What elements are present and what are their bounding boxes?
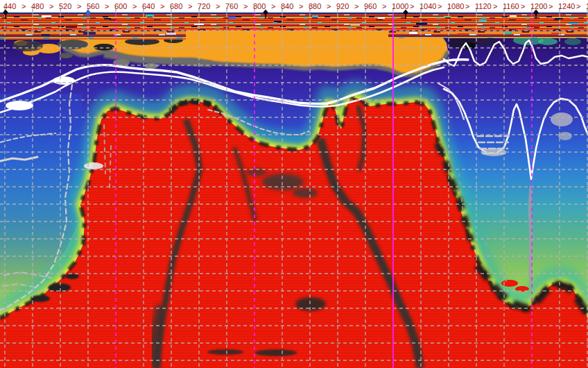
ruler-arrow: > — [216, 2, 220, 10]
ruler-label: 1240 — [558, 2, 575, 10]
ruler-arrow: > — [188, 2, 192, 10]
ruler-arrow: > — [548, 2, 553, 10]
ruler-arrow: > — [465, 2, 469, 10]
ruler-label: 1160 — [503, 2, 519, 10]
ruler-label: 480 — [31, 2, 44, 10]
ruler-label: 840 — [281, 2, 293, 10]
ruler-arrow: > — [327, 2, 331, 10]
ruler-label: 600 — [114, 2, 127, 10]
ruler-arrow: > — [382, 2, 386, 10]
ruler-arrow: > — [299, 2, 303, 10]
ruler-arrow: > — [77, 2, 81, 10]
ruler-arrow: > — [521, 2, 525, 10]
ruler-arrow: > — [21, 2, 26, 10]
ruler-arrow: > — [271, 2, 275, 10]
ruler-label: 1080 — [447, 2, 464, 10]
ruler-arrow: > — [354, 2, 358, 10]
ruler-label: 880 — [309, 2, 321, 10]
ruler-label: 520 — [59, 2, 71, 10]
ruler-label: 1000 — [392, 2, 408, 10]
ruler-label: 640 — [142, 2, 155, 10]
ruler-label: 1040 — [420, 2, 436, 10]
ruler-arrow: > — [576, 2, 580, 10]
ruler-arrow: > — [410, 2, 414, 10]
radargram-canvas[interactable]: 440>480>520>560>600>640>680>720>760>800>… — [0, 0, 588, 368]
ruler-arrow: > — [132, 2, 137, 10]
ruler-arrow: > — [243, 2, 248, 10]
ruler-arrow: > — [493, 2, 497, 10]
ruler-arrow: > — [49, 2, 53, 10]
gpr-application-window: 440>480>520>560>600>640>680>720>760>800>… — [0, 0, 588, 368]
ruler-arrow: > — [105, 2, 109, 10]
ruler-label: 1200 — [530, 2, 547, 10]
ruler-label: 560 — [87, 2, 99, 10]
ruler-label: 760 — [225, 2, 238, 10]
ruler-label: 440 — [3, 2, 16, 10]
ruler-label: 1120 — [475, 2, 492, 10]
ruler-label: 720 — [198, 2, 210, 10]
ruler-arrow: > — [438, 2, 442, 10]
ruler-label: 680 — [170, 2, 182, 10]
ruler-label: 960 — [364, 2, 377, 10]
ruler-label: 800 — [253, 2, 266, 10]
ruler-arrow: > — [160, 2, 164, 10]
ruler-label: 920 — [336, 2, 349, 10]
